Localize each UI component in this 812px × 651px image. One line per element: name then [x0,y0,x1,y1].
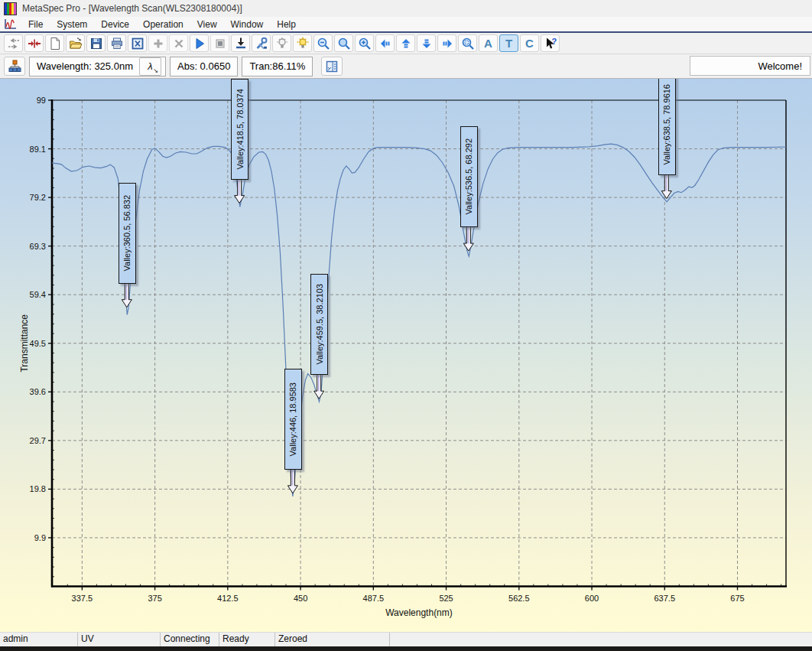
svg-text:9.9: 9.9 [34,533,46,542]
print-button[interactable] [107,34,126,52]
svg-text:19.8: 19.8 [30,484,46,493]
open-file-button[interactable] [66,34,85,52]
menu-item-file[interactable]: File [21,18,50,31]
arrow-left-icon [378,37,392,50]
settings-button[interactable] [252,34,271,52]
status-panel-ready: Ready [219,633,275,646]
svg-text:450: 450 [294,594,307,603]
new-file-button[interactable] [45,34,64,52]
menu-item-view[interactable]: View [190,18,224,31]
zoom-region-icon [461,37,475,50]
svg-text:59.4: 59.4 [30,290,46,299]
menu-item-operation[interactable]: Operation [136,18,190,31]
valley-annotation: Valley:459.5, 38.2103 [310,274,328,375]
x-axis-title: Wavelength(nm) [385,607,453,618]
valley-annotation-text: Valley:638.5, 78.9616 [662,84,671,165]
valley-annotation: Valley:638.5, 78.9616 [658,79,676,175]
valley-annotation: Valley:360.5, 56.832 [119,183,136,284]
menu-item-system[interactable]: System [50,18,94,31]
valley-annotation-text: Valley:418.5, 78.0374 [235,89,245,170]
context-help-button[interactable]: ? [541,34,560,52]
y-axis-title: Transmittance [19,314,30,373]
letter-c-glyph: C [525,37,534,49]
menu-bar: FileSystemDeviceOperationViewWindowHelp [0,17,812,31]
lamp-d2-button[interactable] [272,34,291,52]
report-panel-button[interactable] [321,57,343,76]
svg-text:99: 99 [37,96,46,105]
goto-wavelength-button[interactable]: λ↘ [139,57,161,76]
svg-text:675: 675 [730,594,744,603]
device-tree-button[interactable] [4,57,25,76]
svg-text:29.7: 29.7 [30,436,46,445]
mode-transmittance-button[interactable]: T [499,34,518,52]
arrow-down-icon [420,37,434,50]
svg-text:?: ? [551,37,557,46]
baseline-button[interactable] [231,34,250,52]
zoom-icon [337,37,351,50]
delete-button[interactable] [169,34,188,52]
spectrum-chart[interactable]: 9.919.829.739.649.559.469.379.289.199337… [0,79,812,632]
window-title: MetaSpec Pro - [Wavelength Scan(WLS23081… [22,3,242,14]
start-scan-button[interactable] [190,34,209,52]
tools-icon [255,37,268,50]
add-button[interactable] [148,34,167,52]
menu-item-help[interactable]: Help [270,18,303,31]
wavelength-readout: Wavelength: 325.0nm λ↘ [29,57,166,76]
merge-button[interactable] [24,34,44,52]
lamp-w-button[interactable] [293,34,312,52]
valley-annotation-text: Valley:536.5, 68.292 [464,138,473,214]
welcome-banner: Welcome! [690,56,810,76]
valley-annotation: Valley:536.5, 68.292 [460,126,478,227]
status-panel-uv: UV [78,633,161,646]
zoom-button[interactable] [334,34,353,52]
status-panel-zeroed: Zeroed [275,633,390,646]
dock-button[interactable] [4,34,23,52]
pan-down-button[interactable] [417,34,436,52]
menu-item-window[interactable]: Window [224,18,271,31]
status-panel-connecting: Connecting [161,633,219,646]
save-button[interactable] [86,34,106,52]
arrow-up-icon [399,37,413,50]
window-bottom-edge [0,646,812,651]
svg-text:412.5: 412.5 [217,594,239,603]
zoom-out-button[interactable] [313,34,333,52]
mode-absorbance-button[interactable]: A [479,34,498,52]
spectrum-icon [3,18,18,30]
svg-text:375: 375 [148,594,161,603]
valley-annotation-text: Valley:446, 18.9583 [288,382,297,456]
zoom-in-icon [358,37,372,50]
letter-a-glyph: A [484,37,492,49]
zoom-out-icon [317,37,330,50]
merge-arrows-icon [28,37,41,50]
pan-right-button[interactable] [437,34,456,52]
valley-annotation: Valley:418.5, 78.0374 [231,79,248,180]
svg-text:79.2: 79.2 [30,193,46,202]
export-excel-button[interactable] [128,34,147,52]
svg-text:600: 600 [585,594,599,603]
title-bar: MetaSpec Pro - [Wavelength Scan(WLS23081… [0,0,812,17]
print-icon [110,37,124,50]
svg-text:525: 525 [439,594,453,603]
svg-text:487.5: 487.5 [363,594,385,603]
zoom-in-button[interactable] [355,34,374,52]
menu-item-device[interactable]: Device [94,18,136,31]
pan-up-button[interactable] [396,34,415,52]
readout-bar: Wavelength: 325.0nm λ↘ Abs: 0.0650 Tran:… [0,54,812,79]
zoom-region-button[interactable] [458,34,477,52]
svg-text:49.5: 49.5 [30,339,46,348]
mode-concentration-button[interactable]: C [520,34,539,52]
add-icon [151,37,165,50]
pan-left-button[interactable] [375,34,395,52]
valley-annotation-text: Valley:360.5, 56.832 [122,195,132,271]
excel-icon [131,37,145,50]
stop-scan-button[interactable] [210,34,229,52]
svg-text:39.6: 39.6 [30,387,46,396]
svg-text:69.3: 69.3 [30,242,46,251]
svg-text:89.1: 89.1 [30,145,46,154]
play-icon [193,37,206,50]
new-file-icon [48,37,62,50]
valley-annotation-text: Valley:459.5, 38.2103 [315,284,324,365]
baseline-icon [234,37,248,50]
spectrum-plot-canvas: 9.919.829.739.649.559.469.379.289.199337… [0,79,812,632]
transmittance-readout: Tran:86.11% [242,57,313,76]
